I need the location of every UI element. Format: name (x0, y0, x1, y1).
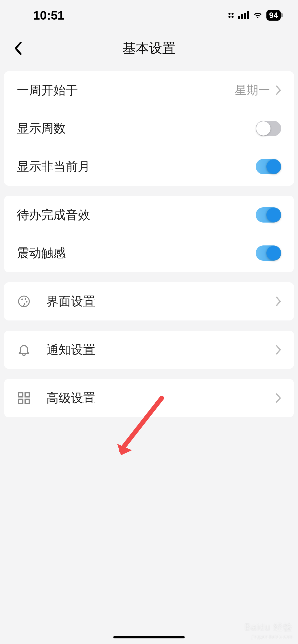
svg-rect-4 (19, 393, 23, 397)
bell-icon (17, 343, 31, 357)
row-show-non-current-month: 显示非当前月 (4, 148, 294, 186)
week-start-label: 一周开始于 (17, 82, 235, 98)
row-haptic: 震动触感 (4, 234, 294, 272)
link-notification-settings[interactable]: 通知设置 (4, 331, 294, 369)
nav-header: 基本设置 (0, 31, 298, 71)
page-title: 基本设置 (10, 39, 288, 57)
row-show-week-number: 显示周数 (4, 109, 294, 148)
svg-point-3 (26, 301, 28, 303)
home-indicator[interactable] (113, 636, 185, 638)
battery-indicator: 94 (266, 10, 283, 21)
grid-icon (17, 391, 31, 405)
settings-group-feedback: 待办完成音效 震动触感 (4, 196, 294, 272)
status-indicators: 94 (228, 10, 283, 21)
notification-settings-label: 通知设置 (46, 342, 275, 358)
cellular-dots-icon (228, 13, 234, 18)
todo-sound-label: 待办完成音效 (17, 207, 256, 223)
ui-settings-label: 界面设置 (46, 293, 275, 310)
haptic-toggle[interactable] (256, 245, 281, 261)
watermark: Baidu 经验 jingyan.baidu.com (245, 621, 293, 640)
settings-group-calendar: 一周开始于 星期一 显示周数 显示非当前月 (4, 71, 294, 186)
back-button[interactable] (10, 41, 25, 56)
todo-sound-toggle[interactable] (256, 207, 281, 223)
watermark-main: Baidu 经验 (245, 621, 293, 634)
show-week-number-toggle[interactable] (256, 121, 281, 136)
cellular-signal-icon (238, 11, 249, 19)
chevron-right-icon (275, 296, 281, 306)
chevron-right-icon (275, 85, 281, 95)
status-time: 10:51 (33, 8, 64, 22)
status-bar: 10:51 94 (0, 0, 298, 31)
svg-rect-7 (25, 399, 29, 403)
battery-level: 94 (266, 10, 281, 21)
svg-point-2 (25, 298, 26, 300)
row-week-start[interactable]: 一周开始于 星期一 (4, 71, 294, 109)
week-start-value: 星期一 (235, 82, 270, 98)
wifi-icon (253, 10, 263, 20)
show-non-current-month-toggle[interactable] (256, 159, 281, 174)
advanced-settings-label: 高级设置 (46, 390, 275, 406)
svg-rect-6 (19, 399, 23, 403)
link-ui-settings[interactable]: 界面设置 (4, 282, 294, 320)
watermark-sub: jingyan.baidu.com (252, 634, 293, 640)
link-advanced-settings[interactable]: 高级设置 (4, 379, 294, 417)
haptic-label: 震动触感 (17, 245, 256, 261)
show-week-number-label: 显示周数 (17, 120, 256, 137)
palette-icon (17, 294, 31, 309)
show-non-current-month-label: 显示非当前月 (17, 158, 256, 175)
svg-point-1 (21, 299, 23, 300)
chevron-right-icon (275, 345, 281, 355)
svg-rect-5 (25, 393, 29, 397)
row-todo-sound: 待办完成音效 (4, 196, 294, 234)
chevron-right-icon (275, 393, 281, 403)
